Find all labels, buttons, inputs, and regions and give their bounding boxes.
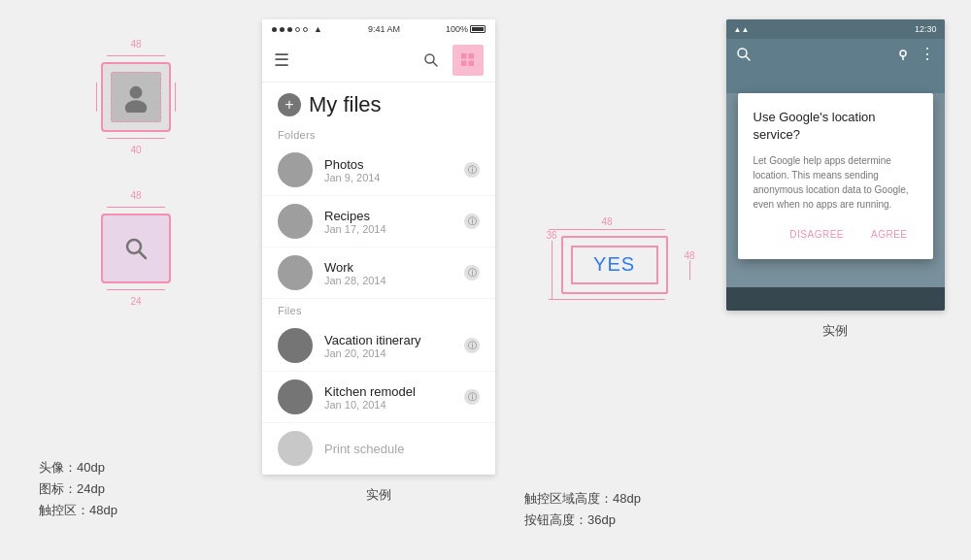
android-location-btn[interactable] [896, 48, 910, 65]
status-right: 100% [446, 24, 486, 34]
files-label: Files [262, 299, 495, 320]
info-icon-kitchen[interactable]: ⓘ [464, 389, 480, 405]
touch-area-box: YES [561, 236, 668, 294]
file-browser-title: + My files [262, 82, 495, 123]
caption-button: 按钮高度：36dp [524, 510, 641, 531]
dialog-body: Let Google help apps determine location.… [753, 153, 918, 212]
file-item-recipes[interactable]: Recipes Jan 17, 2014 ⓘ [262, 196, 495, 247]
grid-icon [461, 53, 475, 67]
file-name-work: Work [324, 260, 452, 275]
file-name-recipes: Recipes [324, 209, 452, 223]
button-spec-area: 48 36 YES 48 [546, 49, 667, 469]
svg-line-5 [433, 62, 437, 66]
search-icon-wrap [118, 231, 153, 266]
panel-4-android: ▲▲ 12:30 [719, 19, 952, 541]
avatar-icon [120, 82, 151, 113]
avatar-right-arrow [175, 82, 180, 112]
search-top-line [107, 207, 165, 208]
avatar-side-wrapper [92, 62, 180, 132]
search-icon [123, 236, 149, 261]
info-icon-photos[interactable]: ⓘ [464, 162, 480, 178]
signal-dot-5 [303, 27, 308, 32]
file-date-vacation: Jan 20, 2014 [324, 347, 452, 359]
file-item-partial: Print schedule [262, 423, 495, 475]
file-icon-work [278, 255, 313, 290]
right-outer-dim: 48 [684, 249, 694, 280]
file-item-photos[interactable]: Photos Jan 9, 2014 ⓘ [262, 145, 495, 196]
android-search-btn[interactable] [736, 47, 752, 66]
signal-dot-3 [287, 27, 292, 32]
android-topbar: ⋮ [726, 39, 945, 74]
menu-icon[interactable]: ☰ [274, 49, 289, 71]
android-status-bar: ▲▲ 12:30 [726, 19, 945, 39]
android-time: 12:30 [915, 24, 937, 34]
disagree-button[interactable]: DISAGREE [780, 225, 854, 244]
right-outer-label: 48 [684, 249, 694, 260]
file-date-work: Jan 28, 2014 [324, 275, 452, 286]
search-bottom-dim: 24 [130, 296, 141, 307]
avatar-spec: 48 [92, 39, 180, 155]
button-visible-box: YES [571, 246, 658, 284]
file-date-photos: Jan 9, 2014 [324, 172, 452, 183]
svg-line-11 [746, 56, 750, 60]
file-info-work: Work Jan 28, 2014 [324, 260, 452, 286]
status-left: ▲ [272, 24, 322, 34]
file-item-vacation[interactable]: Vacation itinerary Jan 20, 2014 ⓘ [262, 320, 495, 372]
signal-dot-1 [272, 27, 277, 32]
file-name-photos: Photos [324, 157, 452, 172]
panel-3-button-spec: 48 36 YES 48 [505, 19, 709, 541]
caption-line3: 触控区：48dp [39, 500, 117, 521]
panel-1-icon-spec: 48 [19, 19, 252, 541]
folders-label: Folders [262, 123, 495, 145]
avatar-left-arrow [92, 82, 97, 112]
info-icon-vacation[interactable]: ⓘ [464, 338, 480, 353]
file-info-photos: Photos Jan 9, 2014 [324, 157, 452, 183]
panel3-caption: 触控区域高度：48dp 按钮高度：36dp [515, 488, 641, 531]
avatar-top-arrow [107, 55, 165, 56]
svg-rect-8 [461, 61, 467, 67]
dialog-box: Use Google's location service? Let Googl… [738, 93, 933, 259]
file-info-vacation: Vacation itinerary Jan 20, 2014 [324, 333, 452, 359]
file-date-kitchen: Jan 10, 2014 [324, 399, 452, 411]
info-icon-work[interactable]: ⓘ [464, 265, 480, 280]
caption-line2: 图标：24dp [39, 478, 117, 500]
file-name-kitchen: Kitchen remodel [324, 384, 452, 399]
title-text: My files [309, 92, 382, 117]
svg-rect-9 [469, 61, 475, 67]
avatar-bottom-arrow [107, 138, 165, 139]
left-dim-line [552, 241, 552, 299]
search-box [101, 214, 171, 283]
outer-bottom-line [549, 299, 665, 300]
search-spec: 48 24 [101, 190, 171, 307]
file-item-work[interactable]: Work Jan 28, 2014 ⓘ [262, 247, 495, 299]
agree-button[interactable]: AGREE [861, 225, 918, 244]
toolbar: ☰ [262, 39, 495, 82]
info-icon-recipes[interactable]: ⓘ [464, 214, 480, 229]
panel-2-phone: ▲ 9:41 AM 100% ☰ [262, 19, 495, 475]
panel-4-label: 实例 [719, 318, 952, 344]
avatar-inner [111, 72, 161, 122]
battery-percent: 100% [446, 24, 468, 34]
android-nav-bar [726, 287, 945, 311]
right-outer-line [689, 260, 690, 280]
status-time: 9:41 AM [368, 24, 400, 34]
button-outer-box: YES 48 [561, 236, 668, 294]
svg-point-0 [130, 86, 143, 99]
main-content: 48 [0, 0, 971, 560]
add-button[interactable]: + [278, 93, 301, 116]
signal-icons: ▲▲ [734, 25, 750, 34]
outer-top-dim: 48 [601, 216, 612, 227]
yes-button-text[interactable]: YES [593, 253, 635, 276]
svg-line-3 [140, 252, 147, 259]
file-item-kitchen[interactable]: Kitchen remodel Jan 10, 2014 ⓘ [262, 372, 495, 423]
file-icon-photos [278, 152, 313, 187]
android-search-icon [736, 47, 752, 62]
svg-point-1 [125, 100, 147, 113]
grid-view-btn[interactable] [452, 45, 484, 76]
wifi-symbol: ▲ [314, 24, 322, 34]
file-icon-kitchen [278, 379, 313, 414]
search-toolbar-btn[interactable] [416, 45, 447, 76]
android-more-btn[interactable]: ⋮ [920, 48, 935, 65]
toolbar-actions [416, 45, 484, 76]
avatar-top-dim: 48 [130, 39, 141, 49]
